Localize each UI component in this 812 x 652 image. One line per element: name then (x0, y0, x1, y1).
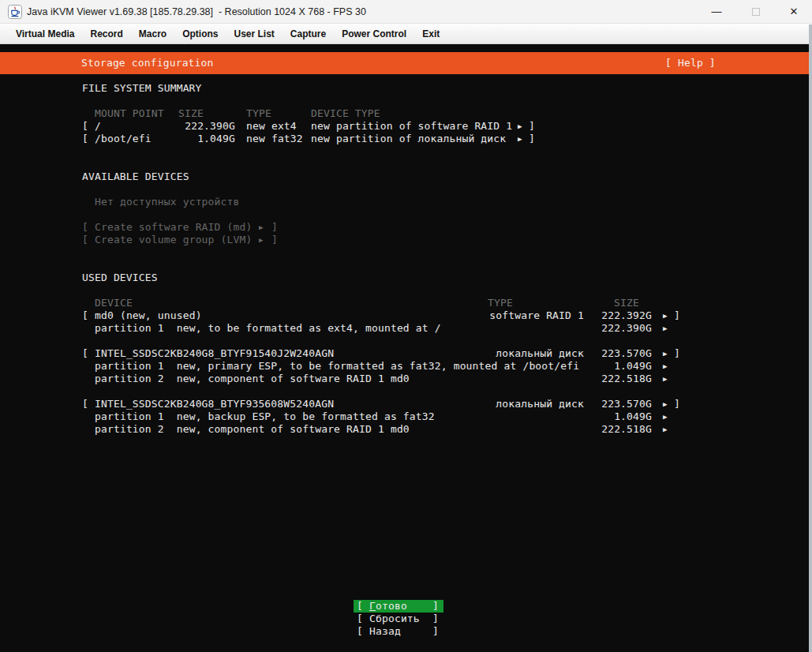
window-title: Java iKVM Viewer v1.69.38 [185.78.29.38]… (27, 0, 366, 24)
close-bracket: ] (432, 625, 439, 638)
device-size: 223.570G (584, 347, 652, 360)
partition-row[interactable]: partition 1 new, to be formatted as ext4… (0, 322, 809, 335)
reset-button[interactable]: [ Сбросить ] (0, 613, 809, 625)
col-device-type: DEVICE TYPE (311, 107, 380, 120)
col-type: TYPE (246, 107, 271, 120)
create-volume-group-option: [ Create volume group (LVM) ▶ ] (0, 234, 809, 246)
close-bracket: ] (432, 613, 439, 625)
open-bracket: [ (82, 120, 88, 133)
close-bracket: ] (674, 398, 680, 410)
window-right-border (809, 24, 812, 652)
close-bracket: ] (529, 120, 535, 133)
submenu-arrow-icon: ▶ (663, 360, 668, 373)
device-type: new partition of локальный диск (311, 133, 506, 145)
open-bracket: [ (82, 347, 88, 360)
fs-row-boot-efi[interactable]: [ /boot/efi 1.049G new fat32 new partiti… (0, 133, 809, 145)
partition-size: 1.049G (584, 410, 652, 423)
menu-user-list[interactable]: User List (226, 24, 282, 44)
partition-desc: partition 2 new, component of software R… (95, 373, 410, 385)
menu-options[interactable]: Options (174, 24, 226, 44)
partition-row[interactable]: partition 2 new, component of software R… (0, 373, 809, 385)
open-bracket: [ (357, 600, 363, 613)
open-bracket: [ (82, 133, 88, 145)
open-bracket: [ (82, 309, 88, 322)
fs-summary-heading: FILE SYSTEM SUMMARY (0, 82, 809, 95)
back-button[interactable]: [ Назад ] (0, 625, 809, 638)
partition-size: 222.518G (584, 423, 652, 436)
submenu-arrow-icon: ▶ (518, 120, 522, 133)
submenu-arrow-icon: ▶ (663, 373, 668, 385)
available-devices-heading: AVAILABLE DEVICES (0, 170, 809, 183)
close-button[interactable]: ✕ (776, 0, 811, 24)
col-device: DEVICE (95, 297, 133, 309)
partition-desc: partition 2 new, component of software R… (95, 423, 410, 436)
close-bracket: ] (674, 347, 680, 360)
minimize-button[interactable]: — (699, 0, 734, 24)
device-size: 223.570G (584, 398, 652, 410)
close-bracket: ] (529, 133, 535, 145)
partition-row[interactable]: partition 1 new, primary ESP, to be form… (0, 360, 809, 373)
mount-point: /boot/efi (95, 133, 152, 145)
open-bracket: [ (357, 625, 363, 638)
submenu-arrow-icon: ▶ (663, 347, 668, 360)
col-type: TYPE (488, 297, 513, 309)
no-available-devices-text: Нет доступных устройств (0, 196, 809, 208)
device-type: software RAID 1 (481, 309, 584, 322)
close-bracket: ] (674, 309, 680, 322)
device-name: INTEL_SSDSC2KB240G8_BTYF935608W5240AGN (95, 398, 334, 410)
used-devices-heading: USED DEVICES (0, 272, 809, 284)
device-name: md0 (new, unused) (95, 309, 202, 322)
button-label: Сбросить (369, 613, 420, 625)
done-button[interactable]: [ Готово ] (0, 600, 809, 613)
menu-virtual-media[interactable]: Virtual Media (8, 24, 82, 44)
device-size: 222.392G (584, 309, 652, 322)
col-size: SIZE (178, 107, 204, 120)
installer-header-bar: Storage configuration [ Help ] (0, 52, 809, 74)
device-row-ssd2[interactable]: [ INTEL_SSDSC2KB240G8_BTYF935608W5240AGN… (0, 398, 809, 410)
partition-desc: partition 1 new, primary ESP, to be form… (95, 360, 579, 373)
submenu-arrow-icon: ▶ (663, 309, 668, 322)
menu-power-control[interactable]: Power Control (334, 24, 414, 44)
partition-row[interactable]: partition 1 new, backup ESP, to be forma… (0, 410, 809, 423)
submenu-arrow-icon: ▶ (259, 221, 264, 234)
close-bracket: ] (271, 221, 278, 234)
type: new fat32 (246, 133, 303, 145)
submenu-arrow-icon: ▶ (663, 398, 668, 410)
help-button[interactable]: [ Help ] (665, 52, 716, 74)
java-logo-icon (8, 5, 22, 19)
partition-desc: partition 1 new, backup ESP, to be forma… (95, 410, 435, 423)
create-software-raid-option: [ Create software RAID (md) ▶ ] (0, 221, 809, 234)
device-row-md0[interactable]: [ md0 (new, unused) software RAID 1 222.… (0, 309, 809, 322)
open-bracket: [ (82, 398, 88, 410)
submenu-arrow-icon: ▶ (663, 322, 668, 335)
device-type: new partition of software RAID 1 (311, 120, 512, 133)
device-type: локальный диск (481, 398, 584, 410)
device-row-ssd1[interactable]: [ INTEL_SSDSC2KB240G8_BTYF91540J2W240AGN… (0, 347, 809, 360)
close-bracket: ] (271, 234, 278, 246)
submenu-arrow-icon: ▶ (518, 133, 522, 145)
submenu-arrow-icon: ▶ (663, 410, 668, 423)
menu-macro[interactable]: Macro (131, 24, 174, 44)
option-label: Create software RAID (md) (95, 221, 252, 234)
menu-exit[interactable]: Exit (414, 24, 447, 44)
used-devices-column-headers: DEVICE TYPE SIZE (0, 297, 809, 309)
device-name: INTEL_SSDSC2KB240G8_BTYF91540J2W240AGN (95, 347, 334, 360)
size: 222.390G (167, 120, 235, 133)
col-mount-point: MOUNT POINT (95, 107, 164, 120)
menu-capture[interactable]: Capture (283, 24, 334, 44)
open-bracket: [ (82, 234, 88, 246)
button-label: Назад (369, 625, 401, 638)
partition-size: 222.390G (584, 322, 652, 335)
page-title: Storage configuration (81, 52, 214, 74)
title-bar: Java iKVM Viewer v1.69.38 [185.78.29.38]… (0, 0, 812, 24)
menu-bar: Virtual Media Record Macro Options User … (0, 24, 812, 44)
fs-row-root[interactable]: [ / 222.390G new ext4 new partition of s… (0, 120, 809, 133)
partition-row[interactable]: partition 2 new, component of software R… (0, 423, 809, 436)
submenu-arrow-icon: ▶ (259, 234, 264, 246)
menu-record[interactable]: Record (82, 24, 130, 44)
device-type: локальный диск (481, 347, 584, 360)
remote-console-screen: Storage configuration [ Help ] FILE SYST… (0, 44, 809, 652)
button-label: Готово (369, 600, 407, 613)
col-size: SIZE (614, 297, 639, 309)
maximize-button[interactable] (739, 0, 773, 24)
